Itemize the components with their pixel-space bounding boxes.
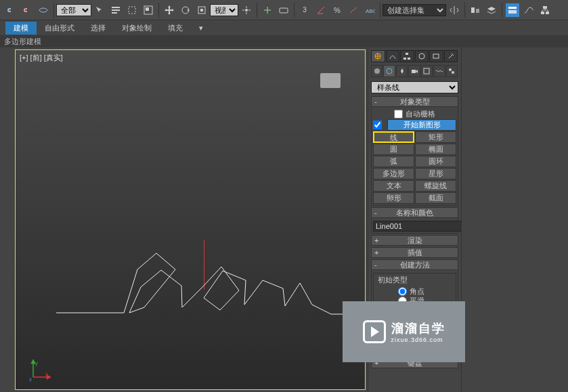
- scale-icon[interactable]: [195, 3, 209, 17]
- cameras-category-icon[interactable]: [408, 65, 420, 77]
- selection-filter-dropdown[interactable]: 全部: [56, 4, 91, 16]
- window-crossing-icon[interactable]: [141, 3, 155, 17]
- svg-rect-27: [406, 53, 408, 55]
- geometry-category-icon[interactable]: [371, 65, 383, 77]
- select-object-icon[interactable]: [93, 3, 106, 17]
- svg-rect-13: [476, 9, 479, 13]
- svg-rect-1: [112, 9, 120, 11]
- move-icon[interactable]: [162, 3, 176, 17]
- align-icon[interactable]: [468, 3, 482, 17]
- reference-coord-dropdown[interactable]: 视图: [210, 4, 238, 16]
- svg-text:ABC: ABC: [366, 8, 375, 14]
- svg-point-9: [245, 9, 248, 12]
- utilities-panel-tab[interactable]: [444, 50, 458, 62]
- spinner-snap-icon[interactable]: [347, 3, 360, 17]
- svg-rect-18: [546, 12, 549, 14]
- svg-rect-0: [112, 7, 120, 8]
- text-button[interactable]: 文本: [373, 180, 414, 192]
- start-new-shape-button[interactable]: 开始新图形: [387, 119, 456, 131]
- bind-icon[interactable]: [37, 3, 50, 17]
- polygon-modeling-label: 多边形建模: [0, 35, 568, 47]
- tab-freeform[interactable]: 自由形式: [37, 22, 83, 35]
- percent-snap-icon[interactable]: %: [330, 3, 344, 17]
- schematic-view-icon[interactable]: [538, 3, 552, 17]
- separator: [257, 3, 257, 18]
- hierarchy-panel-tab[interactable]: [400, 50, 414, 62]
- svg-rect-10: [280, 8, 288, 13]
- named-selection-dropdown[interactable]: 创建选择集: [383, 4, 446, 16]
- select-manipulate-icon[interactable]: [261, 3, 274, 17]
- section-button[interactable]: 截面: [415, 192, 456, 204]
- star-button[interactable]: 星形: [415, 168, 456, 179]
- svg-text:y: y: [35, 360, 38, 366]
- svg-rect-15: [508, 10, 517, 14]
- curve-editor-icon[interactable]: [522, 3, 536, 17]
- svg-text:z: z: [29, 376, 32, 381]
- egg-button[interactable]: 卵形: [373, 192, 414, 204]
- mirror-icon[interactable]: [447, 3, 461, 17]
- rollout-creation-method[interactable]: -创建方法: [371, 259, 458, 270]
- ngon-button[interactable]: 多边形: [373, 168, 414, 179]
- svg-rect-14: [508, 7, 517, 9]
- tab-selection[interactable]: 选择: [83, 22, 114, 35]
- line-button[interactable]: 线: [373, 131, 414, 143]
- viewcube[interactable]: [320, 73, 341, 88]
- svg-rect-31: [433, 54, 439, 58]
- use-pivot-center-icon[interactable]: [240, 3, 253, 17]
- svg-rect-35: [424, 68, 429, 74]
- svg-rect-17: [541, 12, 544, 14]
- rectangle-button[interactable]: 矩形: [415, 131, 456, 143]
- ellipse-button[interactable]: 椭圆: [415, 144, 456, 155]
- rollout-name-color[interactable]: -名称和颜色: [371, 207, 458, 218]
- arc-button[interactable]: 弧: [373, 156, 414, 167]
- viewport-label[interactable]: [+] [前] [真实]: [20, 53, 63, 63]
- angle-snap-icon[interactable]: [314, 3, 328, 17]
- initial-corner-radio[interactable]: [398, 287, 407, 296]
- auto-grid-checkbox[interactable]: [394, 110, 403, 118]
- svg-rect-34: [412, 70, 416, 73]
- modify-panel-tab[interactable]: [386, 50, 400, 62]
- svg-point-33: [387, 68, 392, 74]
- select-region-rect-icon[interactable]: [125, 3, 139, 17]
- start-new-shape-checkbox[interactable]: [373, 121, 382, 129]
- helpers-category-icon[interactable]: [421, 65, 433, 77]
- rollout-rendering[interactable]: +渲染: [371, 235, 458, 246]
- link-icon[interactable]: [4, 3, 18, 17]
- lights-category-icon[interactable]: [396, 65, 408, 77]
- display-panel-tab[interactable]: [429, 50, 443, 62]
- unlink-icon[interactable]: [20, 3, 34, 17]
- viewport-front[interactable]: [+] [前] [真实] y x z 溜溜自: [15, 49, 366, 390]
- layers-icon[interactable]: [485, 3, 498, 17]
- circle-button[interactable]: 圆: [373, 144, 414, 155]
- separator: [380, 3, 380, 18]
- tab-dropdown-icon[interactable]: ▾: [191, 22, 211, 34]
- rollout-object-type[interactable]: -对象类型: [371, 96, 458, 107]
- select-by-name-icon[interactable]: [109, 3, 123, 17]
- tab-modeling[interactable]: 建模: [5, 22, 37, 35]
- svg-rect-2: [112, 12, 117, 14]
- separator: [502, 3, 502, 18]
- spline-drawing: [43, 233, 361, 328]
- shape-type-dropdown[interactable]: 样条线: [371, 81, 458, 93]
- separator: [464, 3, 465, 18]
- svg-rect-3: [129, 7, 135, 14]
- object-name-input[interactable]: [373, 221, 472, 232]
- donut-button[interactable]: 圆环: [415, 156, 456, 167]
- edit-named-sel-icon[interactable]: ABC: [363, 3, 376, 17]
- ribbon-toggle-icon[interactable]: [506, 3, 519, 17]
- create-panel-tab[interactable]: [371, 50, 385, 62]
- rotate-icon[interactable]: [179, 3, 192, 17]
- svg-rect-12: [471, 7, 475, 13]
- tab-populate[interactable]: 填充: [160, 22, 191, 35]
- play-icon: [363, 320, 386, 343]
- helix-button[interactable]: 螺旋线: [415, 180, 456, 192]
- systems-category-icon[interactable]: [446, 65, 458, 77]
- snap-3-icon[interactable]: 3: [298, 3, 311, 17]
- tab-object-paint[interactable]: 对象绘制: [114, 22, 160, 35]
- motion-panel-tab[interactable]: [415, 50, 429, 62]
- spacewarps-category-icon[interactable]: [433, 65, 445, 77]
- svg-rect-5: [146, 7, 149, 11]
- shapes-category-icon[interactable]: [383, 65, 395, 77]
- keyboard-shortcut-icon[interactable]: [277, 3, 290, 17]
- rollout-interpolation[interactable]: +插值: [371, 247, 458, 258]
